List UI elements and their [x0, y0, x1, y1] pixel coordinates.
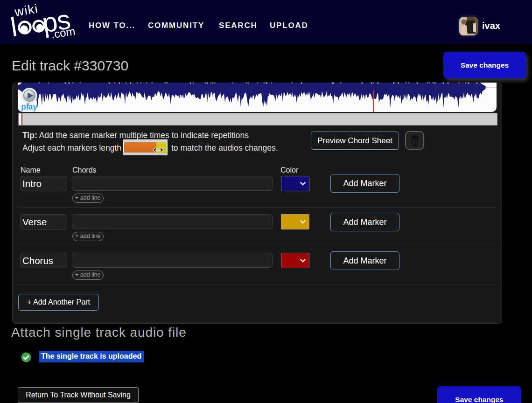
svg-text:wiki: wiki	[13, 1, 39, 19]
